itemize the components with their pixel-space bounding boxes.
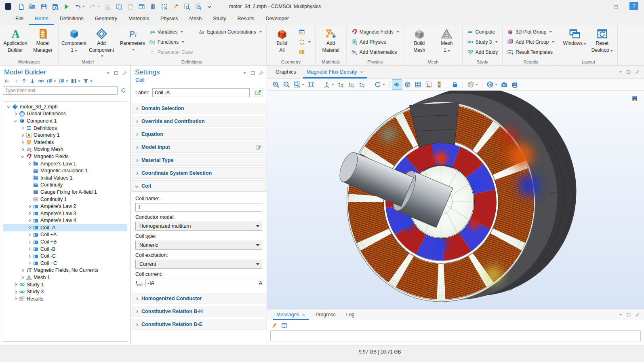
rebuild-button[interactable] (296, 37, 313, 47)
tree-item-global-definitions[interactable]: Global Definitions (3, 110, 127, 118)
folder-open-button[interactable] (29, 3, 36, 10)
expand-up-button[interactable] (46, 78, 57, 85)
chevron-right-icon[interactable] (26, 220, 32, 222)
tree-item-magnetic-fields[interactable]: Magnetic Fields (3, 153, 127, 160)
zoom-out-button[interactable] (282, 80, 291, 89)
menu-tab-results[interactable]: Results (232, 13, 260, 25)
chevron-right-icon[interactable] (26, 248, 32, 250)
tree-item-moving-mesh[interactable]: Moving Mesh (3, 146, 127, 153)
insert-seq-button[interactable] (296, 27, 313, 37)
study-3-button[interactable]: Study 3 (465, 37, 500, 47)
menu-tab-study[interactable]: Study (207, 13, 232, 25)
view-xy-button[interactable]: xy (336, 80, 346, 89)
create-variable-button[interactable] (253, 88, 263, 97)
tab-progress[interactable]: Progress (310, 309, 341, 320)
chevron-right-icon[interactable] (19, 148, 25, 150)
model-manager-button[interactable]: ModelManager (29, 27, 56, 59)
filter-funnel-button[interactable] (82, 78, 93, 85)
tree-item-coil-b[interactable]: Coil -B (3, 246, 127, 253)
chevron-right-icon[interactable] (26, 262, 32, 264)
parameters-button[interactable]: PiParameters (119, 27, 146, 59)
doc-zoom-button[interactable] (195, 3, 202, 10)
show-eye-button[interactable] (38, 78, 44, 85)
view-xz-button[interactable]: xz (357, 80, 367, 89)
coil-current-input[interactable] (145, 279, 256, 287)
tree-item-materials[interactable]: Materials (3, 139, 127, 146)
float-panel-button[interactable] (114, 70, 119, 76)
build-mesh-button[interactable]: BuildMesh (406, 27, 433, 59)
application-builder-button[interactable]: AApplicationBuilder (2, 27, 29, 59)
axes-box-button[interactable] (424, 80, 434, 89)
tree-item-amp-re-s-law-3[interactable]: Ampère's Law 3 (3, 210, 127, 217)
chevron-down-icon[interactable] (19, 155, 25, 157)
tree-item-results[interactable]: Results (3, 295, 127, 303)
collapse-menu-button[interactable] (242, 70, 247, 76)
pin-panel-button[interactable] (258, 70, 263, 76)
collapse-menu-button[interactable] (105, 70, 111, 76)
tree-item-amp-re-s-law-1[interactable]: DAmpère's Law 1 (3, 160, 127, 167)
chevron-right-icon[interactable] (19, 141, 25, 143)
component-1-button[interactable]: Component1 (61, 27, 87, 59)
chevron-right-icon[interactable] (26, 227, 32, 229)
coil-excitation-select[interactable]: Current (135, 260, 262, 269)
window-import-button[interactable] (138, 3, 145, 10)
snapshot-icon[interactable] (631, 95, 639, 103)
tree-item-component-1[interactable]: Component 1 (3, 117, 127, 125)
tree-item-amp-re-s-law-2[interactable]: Ampère's Law 2 (3, 203, 127, 210)
lock-button[interactable] (450, 80, 460, 89)
maximize-button[interactable]: □ (607, 0, 625, 13)
file-new-button[interactable] (18, 3, 25, 10)
run-button[interactable] (63, 3, 70, 10)
chevron-right-icon[interactable] (26, 205, 32, 207)
section-material-type[interactable]: Material Type (131, 155, 267, 166)
save-view-button[interactable] (52, 3, 59, 10)
tree-item-amp-re-s-law-4[interactable]: Ampère's Law 4 (3, 217, 127, 224)
help-button[interactable]: ? (629, 2, 638, 10)
tree-item-study-1[interactable]: Study 1 (3, 281, 127, 288)
fence-button[interactable] (296, 47, 313, 57)
copy-button[interactable] (116, 3, 122, 10)
rotate-button[interactable] (373, 80, 386, 89)
menu-tab-physics[interactable]: Physics (155, 13, 183, 25)
chevron-right-icon[interactable] (13, 113, 19, 115)
redo-button[interactable] (89, 3, 100, 10)
add-component-button[interactable]: AddComponent (88, 27, 115, 59)
nav-right-button[interactable] (12, 78, 19, 85)
tree-item-magnetic-fields-no-currents[interactable]: Magnetic Fields, No Currents (3, 267, 127, 274)
doc-find-button[interactable] (183, 3, 190, 10)
chevron-right-icon[interactable] (19, 134, 25, 136)
brush-button[interactable] (172, 3, 179, 10)
close-tab-icon[interactable]: × (302, 312, 305, 318)
section-model-input[interactable]: Model Input (131, 142, 267, 153)
tree-item-coil-c[interactable]: Coil -C (3, 252, 127, 260)
undo-button[interactable] (74, 3, 85, 10)
tree-item-coil-b[interactable]: Coil +B (3, 238, 127, 246)
chevron-right-icon[interactable] (19, 127, 25, 129)
nav-left-button[interactable] (4, 78, 11, 85)
tab-magnetic-flux-density[interactable]: Magnetic Flux Density× (301, 66, 368, 78)
zoom-ext-button[interactable] (306, 80, 316, 89)
scene-light-button[interactable] (392, 80, 402, 89)
menu-tab-geometry[interactable]: Geometry (89, 13, 123, 25)
columns-button[interactable] (70, 78, 81, 85)
reset-desktop-button[interactable]: ResetDesktop (589, 27, 615, 59)
add-material-button[interactable]: AddMaterial (318, 27, 344, 59)
mesh-1-button[interactable]: Mesh1 (434, 27, 460, 59)
refresh-button[interactable] (120, 87, 126, 93)
result-templates-button[interactable]: Result Templates (505, 47, 557, 57)
section-constitutive-relation-b-h[interactable]: Constitutive Relation B-H (131, 306, 267, 317)
variables-button[interactable]: a=Variables (147, 27, 195, 37)
chevron-down-icon[interactable] (6, 106, 12, 108)
tree-item-gauge-fixing-for-a-field-1[interactable]: Gauge Fixing for A-field 1 (3, 188, 127, 196)
tree-item-coil-a[interactable]: Coil +A (3, 231, 127, 239)
magnetic-fields-button[interactable]: Magnetic Fields (349, 27, 402, 37)
trash-button[interactable] (149, 3, 156, 10)
add-plot-group-button[interactable]: Add Plot Group (505, 37, 557, 47)
chevron-right-icon[interactable] (19, 277, 25, 279)
section-constitutive-relation-d-e[interactable]: Constitutive Relation D-E (131, 319, 267, 330)
section-homogenized-conductor[interactable]: Homogenized Conductor (131, 293, 267, 304)
label-input[interactable] (152, 88, 250, 97)
section-domain-selection[interactable]: Domain Selection (131, 103, 267, 114)
section-equation[interactable]: Equation (131, 129, 267, 140)
axis-triad-button[interactable] (322, 80, 335, 89)
